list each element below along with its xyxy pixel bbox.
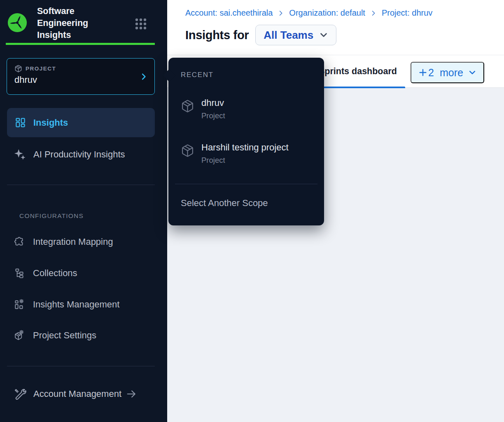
sidebar-item-label: Account Management [33,389,121,399]
sidebar-item-label: Collections [33,268,77,279]
breadcrumb-organization-link[interactable]: Organization: default [289,8,365,18]
recent-section-label: RECENT [181,71,214,79]
brand-accent-bar [6,43,155,45]
scope-item-harshil-testing-project[interactable]: Harshil testing project Project [181,142,317,165]
tab-sprints-dashboard[interactable]: Sprints dashboard [312,55,405,88]
sidebar-item-label: Integration Mapping [33,237,113,247]
sidebar-item-label: Insights [33,117,68,128]
scope-dropdown-panel: RECENT dhruv Project Harshil testing pro… [168,58,324,225]
sidebar-item-insights[interactable]: Insights [7,108,155,137]
sidebar: Software Engineering Insights PROJECT dh… [0,0,167,422]
tree-icon [14,268,25,279]
chevron-right-icon [140,73,148,81]
chevron-down-icon [319,30,328,40]
page-header: Account: sai.cheethirala Organization: d… [167,0,504,55]
app-logo-icon [7,12,28,33]
dashboard-icon [15,117,26,128]
puzzle-icon [14,237,25,247]
chevron-right-icon [278,10,284,16]
sidebar-divider [7,185,155,185]
breadcrumb-project-link[interactable]: Project: dhruv [382,8,432,18]
sidebar-item-account-management[interactable]: Account Management [7,382,155,406]
team-selector-value: All Teams [264,29,313,42]
scope-item-dhruv[interactable]: dhruv Project [181,97,317,120]
sidebar-item-project-settings[interactable]: Project Settings [7,322,155,349]
package-icon [181,144,194,157]
more-tabs-count: 2 [428,67,434,79]
sidebar-item-integration-mapping[interactable]: Integration Mapping [7,228,155,256]
project-scope-selector[interactable]: PROJECT dhruv [7,58,155,95]
panel-divider [175,184,317,184]
plus-icon [418,68,427,77]
select-another-scope-button[interactable]: Select Another Scope [181,198,268,209]
scope-item-name: Harshil testing project [201,142,289,153]
brand-header: Software Engineering Insights [0,0,167,43]
sidebar-item-insights-management[interactable]: Insights Management [7,291,155,318]
sidebar-divider [7,366,155,366]
breadcrumb-account-link[interactable]: Account: sai.cheethirala [185,8,273,18]
grid-gear-icon [14,299,25,310]
sidebar-item-collections[interactable]: Collections [7,260,155,287]
page-title: Insights for [185,28,249,42]
project-name: dhruv [14,75,147,85]
arrow-right-icon [126,388,137,400]
scope-item-type: Project [201,156,289,165]
package-icon [181,99,194,113]
sidebar-item-ai-productivity[interactable]: AI Productivity Insights [7,141,155,169]
scope-item-name: dhruv [201,97,225,109]
more-tabs-label: more [440,67,463,79]
sparkles-icon [14,148,26,161]
apps-grid-icon[interactable] [134,17,147,30]
sidebar-item-label: Insights Management [33,299,119,310]
configurations-section-label: CONFIGURATIONS [19,212,84,220]
breadcrumb: Account: sai.cheethirala Organization: d… [185,8,432,18]
sidebar-item-label: AI Productivity Insights [33,149,125,160]
team-selector-button[interactable]: All Teams [255,25,336,45]
box-gear-icon [14,330,25,341]
active-tab-indicator [312,87,405,88]
project-kicker-label: PROJECT [26,66,56,72]
more-tabs-button[interactable]: 2 more [411,62,484,83]
scope-item-type: Project [201,111,225,120]
tab-label: Sprints dashboard [319,66,397,77]
chevron-down-icon [468,68,476,77]
package-icon [14,65,22,73]
tools-icon [14,388,26,401]
sidebar-item-label: Project Settings [33,330,96,341]
app-title: Software Engineering Insights [37,5,107,41]
chevron-right-icon [370,10,377,16]
